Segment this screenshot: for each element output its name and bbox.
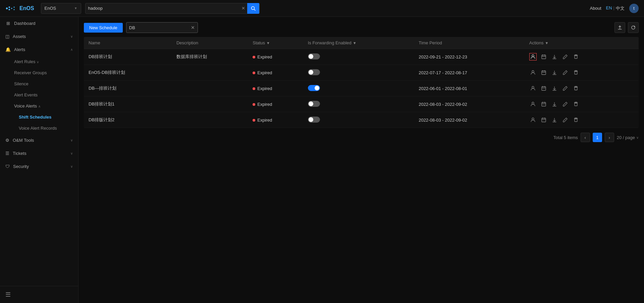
download-icon[interactable] (551, 69, 558, 76)
dashboard-icon: ⊞ (5, 21, 11, 26)
sidebar-item-alerts[interactable]: 🔔 Alerts ∧ (0, 43, 78, 56)
forwarding-toggle[interactable] (308, 85, 320, 91)
status-text: Expired (257, 102, 272, 107)
sidebar-item-alert-events[interactable]: Alert Events (14, 89, 78, 100)
new-schedule-button[interactable]: New Schedule (84, 23, 123, 33)
logo-text: EnOS (19, 5, 34, 11)
delete-icon[interactable] (572, 116, 580, 124)
cell-description (172, 65, 248, 81)
actions-filter-icon[interactable]: ▼ (545, 41, 549, 45)
svg-point-2 (8, 9, 10, 10)
svg-point-37 (532, 118, 534, 120)
forwarding-filter-icon[interactable]: ▼ (353, 41, 357, 45)
status-text: Expired (257, 86, 272, 91)
calendar-icon[interactable] (540, 53, 547, 60)
table-row: DB---排班计划Expired2022-06-01 - 2022-08-01 (84, 81, 639, 96)
global-search-input[interactable] (86, 6, 239, 11)
lang-zh[interactable]: 中文 (616, 5, 625, 11)
cell-forwarding (303, 96, 414, 112)
cell-name: DB排版计划2 (84, 112, 172, 128)
delete-icon[interactable] (572, 69, 580, 76)
edit-icon[interactable] (561, 53, 569, 60)
om-tools-icon: ⚙ (5, 138, 9, 143)
sidebar-item-silence[interactable]: Silence (14, 78, 78, 89)
assign-icon[interactable] (529, 116, 537, 124)
sidebar-item-om-tools[interactable]: ⚙ O&M Tools ∨ (0, 134, 78, 147)
sidebar-item-tickets[interactable]: ☰ Tickets ∨ (0, 147, 78, 160)
user-avatar[interactable]: t (629, 4, 639, 13)
cell-status: Expired (248, 65, 303, 81)
calendar-icon[interactable] (540, 85, 547, 92)
status-text: Expired (257, 118, 272, 123)
sidebar-item-shift-schedules[interactable]: Shift Schedules (19, 112, 78, 123)
delete-icon[interactable] (572, 100, 580, 108)
prev-page-button[interactable]: ‹ (581, 133, 590, 142)
edit-icon[interactable] (561, 69, 569, 76)
assign-icon[interactable] (529, 100, 537, 108)
cell-time-period: 2022-09-21 - 2022-12-23 (414, 49, 525, 65)
sidebar-item-receiver-groups[interactable]: Receiver Groups (14, 67, 78, 78)
sidebar-item-security[interactable]: 🛡 Security ∨ (0, 160, 78, 173)
forwarding-toggle[interactable] (308, 101, 320, 107)
svg-point-1 (8, 6, 10, 8)
edit-icon[interactable] (561, 116, 569, 124)
download-icon[interactable] (551, 53, 558, 60)
assign-icon[interactable] (529, 85, 537, 92)
refresh-icon (631, 25, 636, 30)
page-1-button[interactable]: 1 (593, 133, 602, 142)
svg-rect-31 (542, 102, 546, 106)
status-filter-icon[interactable]: ▼ (266, 41, 270, 45)
sidebar-menu-icon[interactable]: ☰ (5, 291, 11, 298)
cell-forwarding (303, 65, 414, 81)
sidebar-item-alert-rules[interactable]: Alert Rules ∨ (14, 56, 78, 67)
about-link[interactable]: About (590, 6, 601, 11)
forwarding-toggle[interactable] (308, 53, 320, 59)
sidebar-group-alerts: 🔔 Alerts ∧ Alert Rules ∨ Receiver Groups… (0, 43, 78, 134)
forwarding-toggle[interactable] (308, 117, 320, 123)
sidebar: ⊞ Dashboard ◫ Assets ∨ 🔔 Alerts ∧ Alert … (0, 17, 78, 303)
topbar: EnOS EnOS ▼ ✕ About EN | 中文 t (0, 0, 644, 17)
refresh-button[interactable] (628, 22, 639, 33)
page-size-selector[interactable]: 20 / page ∨ (617, 135, 639, 140)
sidebar-item-assets[interactable]: ◫ Assets ∨ (0, 30, 78, 43)
download-icon[interactable] (551, 85, 558, 92)
table-row: EnOS-DB排班计划Expired2022-07-17 - 2022-08-1… (84, 65, 639, 81)
delete-icon[interactable] (572, 85, 580, 92)
calendar-icon[interactable] (540, 116, 547, 124)
delete-icon[interactable] (572, 53, 580, 60)
edit-icon[interactable] (561, 85, 569, 92)
status-text: Expired (257, 70, 272, 75)
sidebar-item-voice-alert-records[interactable]: Voice Alert Records (19, 123, 78, 134)
main-layout: ⊞ Dashboard ◫ Assets ∨ 🔔 Alerts ∧ Alert … (0, 17, 644, 303)
env-selector[interactable]: EnOS ▼ (41, 3, 81, 14)
filter-input[interactable] (126, 25, 188, 30)
toggle-thumb (309, 54, 313, 59)
toggle-track (308, 69, 320, 75)
filter-clear-icon[interactable]: ✕ (188, 25, 198, 30)
cell-status: Expired (248, 96, 303, 112)
main-content: New Schedule ✕ (78, 17, 644, 303)
voice-alerts-submenu: Shift Schedules Voice Alert Records (14, 112, 78, 134)
search-clear-icon[interactable]: ✕ (239, 6, 247, 11)
assign-icon[interactable] (529, 69, 537, 76)
search-button[interactable] (247, 3, 259, 14)
lang-en[interactable]: EN (606, 5, 612, 11)
calendar-icon[interactable] (540, 69, 547, 76)
assign-icon[interactable] (529, 53, 537, 60)
toggle-track (308, 117, 320, 123)
calendar-icon[interactable] (540, 100, 547, 108)
content-toolbar: New Schedule ✕ (84, 22, 639, 33)
sidebar-item-dashboard[interactable]: ⊞ Dashboard (0, 17, 78, 30)
download-icon[interactable] (551, 100, 558, 108)
download-icon[interactable] (551, 116, 558, 124)
lang-separator: | (613, 5, 614, 11)
svg-point-5 (13, 9, 15, 10)
upload-button[interactable] (614, 22, 625, 33)
edit-icon[interactable] (561, 100, 569, 108)
schedules-table: Name Description Status▼ Is Forwarding E… (84, 37, 639, 128)
cell-actions (525, 65, 639, 81)
forwarding-toggle[interactable] (308, 69, 320, 75)
total-count: Total 5 items (553, 135, 578, 140)
next-page-button[interactable]: › (605, 133, 614, 142)
sidebar-item-voice-alerts[interactable]: Voice Alerts ∧ (14, 100, 78, 112)
